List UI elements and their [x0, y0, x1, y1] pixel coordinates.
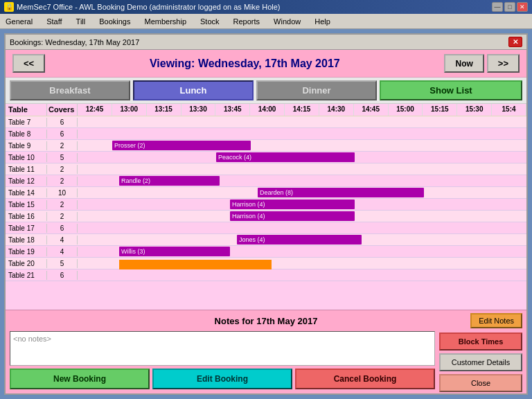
cell-timeline-10[interactable]: Peacock (4): [78, 152, 526, 163]
schedule-rows: Table 7 6 Table 8 6 Table 9 2 Prosser (2…: [6, 116, 526, 310]
cell-covers-12: 2: [47, 177, 78, 186]
cell-timeline-12[interactable]: Randle (2): [78, 175, 526, 186]
cell-table-20: Table 20: [6, 259, 47, 268]
menu-help[interactable]: Help: [312, 16, 333, 27]
cell-table-17: Table 17: [6, 224, 47, 233]
covers-header: Covers: [47, 104, 78, 116]
menu-stock[interactable]: Stock: [197, 16, 222, 27]
menu-window[interactable]: Window: [271, 16, 303, 27]
cancel-booking-button[interactable]: Cancel Booking: [295, 369, 435, 389]
cell-covers-7: 6: [47, 118, 78, 127]
time-1345: 13:45: [215, 104, 250, 116]
menu-reports[interactable]: Reports: [231, 16, 263, 27]
booking-harrison-2[interactable]: Harrison (4): [230, 211, 355, 221]
maximize-button[interactable]: □: [504, 2, 515, 12]
time-1315: 13:15: [147, 104, 181, 116]
tab-lunch[interactable]: Lunch: [133, 80, 254, 100]
cell-table-9: Table 9: [6, 141, 47, 150]
table-row: Table 9 2 Prosser (2): [6, 140, 526, 152]
tab-breakfast[interactable]: Breakfast: [10, 80, 130, 100]
cell-timeline-15[interactable]: Harrison (4): [78, 199, 526, 210]
cell-covers-19: 4: [47, 247, 78, 256]
cell-timeline-18[interactable]: Jones (4): [78, 234, 526, 245]
menu-membership[interactable]: Membership: [142, 16, 190, 27]
time-1330: 13:30: [181, 104, 216, 116]
table-row: Table 21 6: [6, 269, 526, 281]
cell-covers-11: 2: [47, 165, 78, 174]
customer-details-button[interactable]: Customer Details: [439, 353, 522, 371]
notes-area: Notes for 17th May 2017 Edit Notes <no n…: [6, 310, 526, 393]
notes-header: Notes for 17th May 2017 Edit Notes: [10, 313, 522, 328]
booking-willis[interactable]: Willis (3): [119, 247, 230, 256]
table-header: Table: [6, 104, 47, 116]
block-times-button[interactable]: Block Times: [439, 332, 522, 351]
table-row: Table 11 2: [6, 163, 526, 175]
table-row: Table 14 10 Dearden (8): [6, 187, 526, 199]
cell-timeline-8: [78, 128, 526, 139]
cell-timeline-7: [78, 116, 526, 127]
time-1500: 15:00: [389, 104, 423, 116]
table-row: Table 16 2 Harrison (4): [6, 211, 526, 222]
time-1445: 14:45: [354, 104, 389, 116]
booking-prosser[interactable]: Prosser (2): [112, 141, 251, 150]
cell-table-16: Table 16: [6, 212, 47, 221]
menu-general[interactable]: General: [3, 16, 35, 27]
now-button[interactable]: Now: [444, 54, 484, 73]
notes-title: Notes for 17th May 2017: [181, 316, 352, 326]
cell-table-12: Table 12: [6, 177, 47, 186]
menu-bookings[interactable]: Bookings: [96, 16, 133, 27]
cell-table-10: Table 10: [6, 153, 47, 162]
booking-randle[interactable]: Randle (2): [119, 176, 220, 186]
time-1245: 12:45: [78, 104, 112, 116]
schedule-area: Table Covers 12:45 13:00 13:15 13:30 13:…: [6, 104, 526, 310]
cell-covers-17: 6: [47, 224, 78, 233]
cell-covers-9: 2: [47, 141, 78, 150]
cell-covers-15: 2: [47, 200, 78, 209]
time-1430: 14:30: [319, 104, 354, 116]
booking-peacock[interactable]: Peacock (4): [216, 152, 355, 162]
booking-jones[interactable]: Jones (4): [237, 235, 362, 245]
close-button[interactable]: Close: [439, 374, 522, 392]
new-booking-button[interactable]: New Booking: [10, 369, 150, 389]
minimize-button[interactable]: —: [492, 2, 503, 12]
cell-covers-8: 6: [47, 130, 78, 139]
tab-dinner[interactable]: Dinner: [256, 80, 377, 100]
booking-title-bar: Bookings: Wednesday, 17th May 2017 ✕: [6, 35, 526, 50]
title-bar-buttons: — □ ✕: [492, 2, 528, 12]
next-button[interactable]: >>: [487, 54, 520, 73]
cell-timeline-19[interactable]: Willis (3): [78, 246, 526, 257]
table-row: Table 18 4 Jones (4): [6, 234, 526, 246]
booking-window-title: Bookings: Wednesday, 17th May 2017: [10, 38, 139, 46]
booking-dearden[interactable]: Dearden (8): [258, 188, 424, 197]
table-row: Table 19 4 Willis (3): [6, 246, 526, 258]
prev-button[interactable]: <<: [12, 54, 45, 73]
menu-bar: General Staff Till Bookings Membership S…: [0, 14, 532, 29]
cell-table-14: Table 14: [6, 188, 47, 197]
cell-table-18: Table 18: [6, 236, 47, 245]
booking-window: Bookings: Wednesday, 17th May 2017 ✕ << …: [4, 33, 528, 395]
cell-timeline-20: [78, 258, 526, 269]
show-list-button[interactable]: Show List: [380, 80, 522, 100]
cell-covers-16: 2: [47, 212, 78, 221]
booking-close-button[interactable]: ✕: [508, 37, 522, 47]
menu-till[interactable]: Till: [73, 16, 89, 27]
cell-table-8: Table 8: [6, 130, 47, 139]
cell-timeline-16[interactable]: Harrison (4): [78, 211, 526, 222]
edit-notes-button[interactable]: Edit Notes: [470, 313, 522, 328]
time-1400: 14:00: [250, 104, 285, 116]
table-row: Table 10 5 Peacock (4): [6, 152, 526, 163]
cell-timeline-21: [78, 269, 526, 281]
cell-table-7: Table 7: [6, 118, 47, 127]
table-row: Table 7 6: [6, 116, 526, 128]
cell-timeline-11: [78, 163, 526, 175]
cell-timeline-14[interactable]: Dearden (8): [78, 187, 526, 198]
time-154: 15:4: [492, 104, 526, 116]
menu-staff[interactable]: Staff: [44, 16, 64, 27]
table-row: Table 17 6: [6, 222, 526, 234]
cell-timeline-9[interactable]: Prosser (2): [78, 140, 526, 151]
cell-covers-18: 4: [47, 236, 78, 245]
booking-harrison-1[interactable]: Harrison (4): [230, 200, 355, 209]
cell-table-15: Table 15: [6, 200, 47, 209]
close-window-button[interactable]: ✕: [517, 2, 528, 12]
edit-booking-button[interactable]: Edit Booking: [152, 369, 292, 389]
